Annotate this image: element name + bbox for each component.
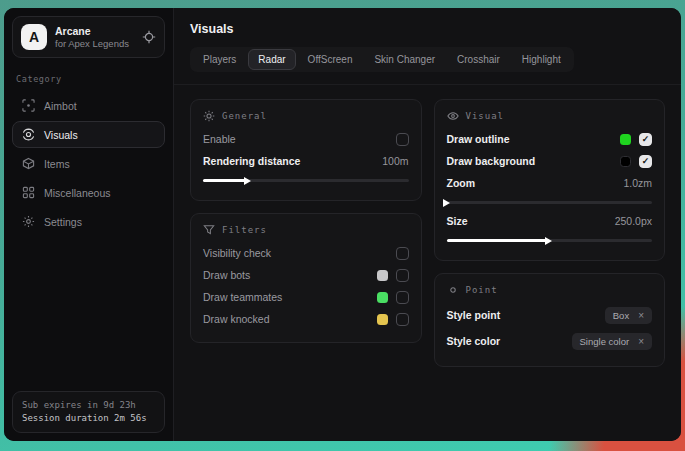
draw-bots-checkbox[interactable] [396,269,409,282]
desktop-background: A Arcane for Apex Legends Category [0,0,685,451]
page-title: Visuals [190,22,665,36]
draw-background-checkbox[interactable]: ✓ [639,155,652,168]
size-value: 250.0px [615,215,652,227]
sidebar-nav: Aimbot Visuals [12,92,165,235]
tab-players[interactable]: Players [193,49,246,70]
sidebar-item-label: Aimbot [44,100,77,112]
tab-highlight[interactable]: Highlight [512,49,571,70]
draw-teammates-label: Draw teammates [203,291,282,303]
rendering-distance-row: Rendering distance 100m [203,150,409,172]
right-column: Visual Draw outline ✓ Draw background [434,99,666,367]
filters-card: Filters Visibility check Draw bots [190,213,422,343]
point-card: Point Style point Box × Style color [434,273,666,367]
style-color-value: Single color [580,336,630,347]
general-card-header: General [203,110,409,122]
draw-knocked-color-swatch[interactable] [377,314,388,325]
zoom-row: Zoom 1.0zm [447,172,653,194]
sidebar-item-aimbot[interactable]: Aimbot [12,92,165,119]
rendering-distance-label: Rendering distance [203,155,300,167]
style-point-select[interactable]: Box × [605,307,652,324]
zoom-label: Zoom [447,177,476,189]
slider-fill [447,239,550,242]
enable-checkbox[interactable] [396,133,409,146]
main-header: Visuals Players Radar OffScreen Skin Cha… [174,8,681,85]
draw-background-color-swatch[interactable] [620,156,631,167]
draw-outline-label: Draw outline [447,133,510,145]
style-point-value: Box [613,310,629,321]
enable-row: Enable [203,128,409,150]
draw-teammates-row: Draw teammates [203,286,409,308]
draw-knocked-checkbox[interactable] [396,313,409,326]
close-icon[interactable]: × [638,336,644,347]
size-label: Size [447,215,468,227]
draw-bots-label: Draw bots [203,269,250,281]
sidebar-item-label: Settings [44,216,82,228]
draw-background-label: Draw background [447,155,536,167]
sidebar-item-items[interactable]: Items [12,150,165,177]
session-card: Sub expires in 9d 23h Session duration 2… [12,391,165,433]
close-icon[interactable]: × [638,310,644,321]
category-label: Category [16,74,161,84]
sub-expiry-text: Sub expires in 9d 23h [22,399,155,412]
sidebar: A Arcane for Apex Legends Category [4,8,174,441]
sidebar-item-settings[interactable]: Settings [12,208,165,235]
style-point-label: Style point [447,309,501,321]
general-card-title: General [222,111,267,121]
rendering-distance-value: 100m [382,155,408,167]
draw-bots-color-swatch[interactable] [377,270,388,281]
draw-teammates-color-swatch[interactable] [377,292,388,303]
slider-thumb[interactable] [545,237,552,245]
slider-fill [203,179,248,182]
slider-thumb[interactable] [244,177,251,185]
draw-background-row: Draw background ✓ [447,150,653,172]
aimbot-icon [22,99,35,112]
cube-icon [22,157,35,170]
visual-card-header: Visual [447,110,653,122]
tab-skin-changer[interactable]: Skin Changer [364,49,445,70]
filters-card-header: Filters [203,224,409,236]
style-color-label: Style color [447,335,501,347]
general-card: General Enable Rendering distance 100m [190,99,422,201]
tab-offscreen[interactable]: OffScreen [298,49,363,70]
content-area: General Enable Rendering distance 100m [174,85,681,441]
visibility-check-label: Visibility check [203,247,271,259]
style-color-row: Style color Single color × [447,328,653,354]
crosshair-icon[interactable] [142,30,156,44]
draw-outline-checkbox[interactable]: ✓ [639,133,652,146]
draw-knocked-row: Draw knocked [203,308,409,330]
visibility-check-checkbox[interactable] [396,247,409,260]
session-duration-text: Session duration 2m 56s [22,412,155,425]
zoom-slider[interactable] [447,201,653,204]
sidebar-item-label: Miscellaneous [44,187,111,199]
sidebar-item-visuals[interactable]: Visuals [12,121,165,148]
draw-outline-row: Draw outline ✓ [447,128,653,150]
point-card-title: Point [466,285,498,295]
brand-logo: A [21,24,47,50]
sidebar-item-label: Visuals [44,129,78,141]
size-slider[interactable] [447,239,653,242]
draw-outline-color-swatch[interactable] [620,134,631,145]
style-color-select[interactable]: Single color × [572,333,652,350]
funnel-icon [203,224,215,236]
brand-text: Arcane for Apex Legends [55,25,134,50]
rendering-distance-slider[interactable] [203,179,409,182]
draw-teammates-checkbox[interactable] [396,291,409,304]
eye-icon [447,110,459,122]
grid-icon [22,186,35,199]
left-column: General Enable Rendering distance 100m [190,99,422,343]
slider-thumb[interactable] [443,199,450,207]
main-panel: Visuals Players Radar OffScreen Skin Cha… [174,8,681,441]
tab-bar: Players Radar OffScreen Skin Changer Cro… [190,47,574,72]
tab-radar[interactable]: Radar [248,49,295,70]
sidebar-item-label: Items [44,158,70,170]
point-card-header: Point [447,284,653,296]
gear-icon [22,215,35,228]
tab-crosshair[interactable]: Crosshair [447,49,510,70]
brand-subtitle: for Apex Legends [55,38,134,50]
visual-card-title: Visual [466,111,505,121]
brand-title: Arcane [55,25,134,37]
visibility-check-row: Visibility check [203,242,409,264]
sun-icon [203,110,215,122]
sidebar-item-miscellaneous[interactable]: Miscellaneous [12,179,165,206]
filters-card-title: Filters [222,225,267,235]
